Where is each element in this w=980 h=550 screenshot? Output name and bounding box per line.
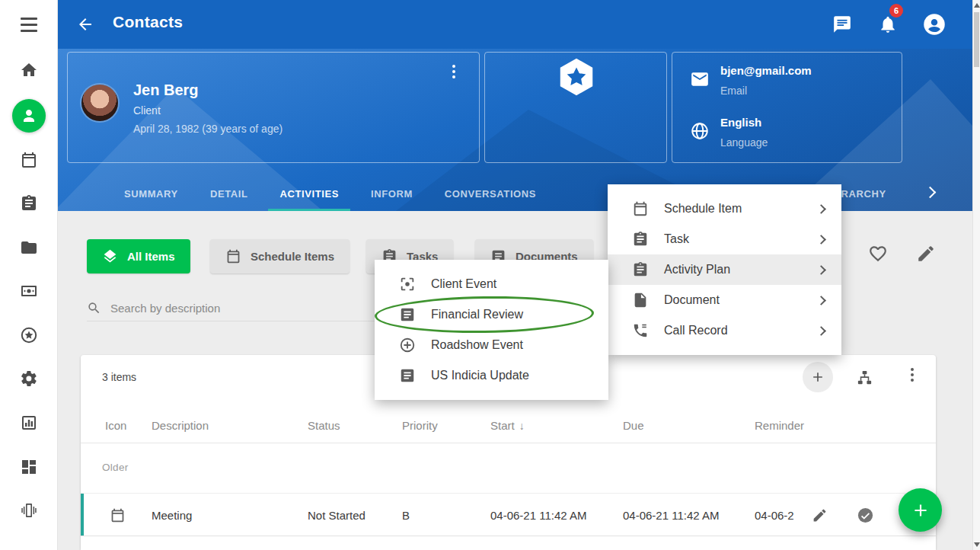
sort-descending-icon: ↓: [519, 420, 525, 432]
tab-detail[interactable]: DETAIL: [194, 177, 264, 211]
menu-item-us-indicia-update[interactable]: US Indicia Update: [375, 360, 608, 391]
notification-badge: 6: [889, 4, 903, 18]
calendar-icon: [225, 248, 241, 264]
chart-icon: [20, 414, 38, 432]
language-value: English: [720, 116, 761, 129]
sidebar: [0, 0, 58, 550]
menu-item-label: Client Event: [431, 277, 496, 291]
plus-icon: [810, 369, 825, 385]
sidebar-item-documents[interactable]: [14, 232, 44, 263]
sidebar-item-dashboard[interactable]: [14, 452, 44, 482]
top-app-bar: Contacts 6: [58, 0, 972, 49]
window-scrollbar[interactable]: [972, 0, 980, 550]
filter-all-items-button[interactable]: All Items: [87, 239, 190, 273]
scroll-down-arrow-icon[interactable]: [974, 542, 980, 547]
favorite-heart-icon[interactable]: [868, 244, 888, 264]
tab-inform[interactable]: INFORM: [355, 177, 429, 211]
menu-item-label: Activity Plan: [664, 263, 730, 277]
menu-item-label: Schedule Item: [664, 202, 742, 216]
contacts-icon: [20, 107, 38, 125]
contact-birthdate: April 28, 1982 (39 years of age): [133, 123, 283, 135]
contact-type: Client: [133, 104, 161, 117]
scrollbar-thumb[interactable]: [974, 12, 979, 67]
sidebar-item-mobile[interactable]: [14, 495, 44, 526]
account-icon[interactable]: [923, 13, 946, 36]
filter-button-label: All Items: [127, 250, 175, 263]
profile-more-menu[interactable]: [449, 65, 459, 78]
sidebar-item-calendar[interactable]: [14, 145, 44, 175]
filter-button-label: Schedule Items: [251, 250, 334, 263]
menu-item-label: Financial Review: [431, 308, 523, 321]
edit-pencil-icon[interactable]: [916, 244, 936, 264]
add-circle-icon: [399, 337, 416, 353]
add-fab-button[interactable]: [899, 488, 942, 532]
list-add-button[interactable]: [803, 362, 833, 392]
chat-icon[interactable]: [832, 14, 852, 34]
profile-card: Jen Berg Client April 28, 1982 (39 years…: [67, 52, 480, 163]
menu-item-financial-review[interactable]: Financial Review: [375, 299, 608, 330]
complete-check-icon[interactable]: [857, 507, 874, 524]
column-priority[interactable]: Priority: [402, 408, 438, 443]
table-row[interactable]: Meeting Not Started B 04-06-21 11:42 AM …: [81, 493, 936, 536]
vibration-icon: [20, 501, 38, 520]
back-arrow-icon[interactable]: [76, 15, 94, 34]
filter-schedule-items-button[interactable]: Schedule Items: [210, 239, 350, 273]
tab-conversations[interactable]: CONVERSATIONS: [429, 177, 552, 211]
star-badge-icon: [557, 57, 596, 97]
column-icon[interactable]: Icon: [105, 408, 126, 443]
menu-item-label: Call Record: [664, 324, 728, 337]
cell-priority: B: [402, 494, 410, 537]
scroll-up-arrow-icon[interactable]: [974, 3, 980, 8]
calendar-icon: [110, 507, 126, 523]
search-input[interactable]: [110, 302, 415, 315]
layers-icon: [102, 248, 118, 264]
cell-start: 04-06-21 11:42 AM: [490, 494, 586, 537]
cell-description: Meeting: [152, 494, 192, 537]
menu-item-activity-plan[interactable]: Activity Plan: [608, 254, 841, 285]
column-reminder[interactable]: Reminder: [755, 408, 804, 443]
group-label: Older: [102, 462, 129, 473]
menu-item-task[interactable]: Task: [608, 224, 841, 254]
contact-name: Jen Berg: [133, 82, 199, 99]
sidebar-item-billing[interactable]: [14, 276, 44, 306]
column-due[interactable]: Due: [623, 408, 644, 443]
row-edit-pencil-icon[interactable]: [812, 507, 828, 523]
calendar-icon: [632, 200, 649, 217]
sidebar-item-contacts[interactable]: [12, 99, 46, 133]
tab-activities[interactable]: ACTIVITIES: [263, 177, 355, 211]
sidebar-item-home[interactable]: [14, 55, 44, 85]
tasks-icon: [632, 231, 649, 248]
dashboard-icon: [20, 458, 38, 476]
hierarchy-icon[interactable]: [856, 369, 873, 386]
sidebar-item-settings[interactable]: [14, 363, 44, 394]
tab-summary[interactable]: SUMMARY: [108, 177, 194, 211]
chevron-right-icon: [816, 326, 826, 336]
gear-icon: [20, 369, 38, 388]
add-activity-menu: Schedule Item Task Activity Plan Documen…: [608, 184, 841, 355]
menu-item-schedule-item[interactable]: Schedule Item: [608, 193, 841, 224]
language-label: Language: [720, 136, 768, 149]
column-headers: Icon Description Status Priority Start↓ …: [81, 408, 936, 443]
menu-item-client-event[interactable]: Client Event: [375, 269, 608, 299]
list-more-menu[interactable]: [907, 368, 918, 382]
document-icon: [632, 292, 649, 309]
app-screen: Contacts 6 Jen Berg Client April 28, 198…: [0, 0, 980, 550]
avatar: [81, 85, 118, 121]
plus-icon: [911, 500, 931, 520]
column-start[interactable]: Start↓: [490, 408, 525, 443]
star-icon: [20, 326, 38, 344]
menu-item-call-record[interactable]: Call Record: [608, 315, 841, 346]
sidebar-item-favorites[interactable]: [14, 320, 44, 350]
menu-icon[interactable]: [14, 9, 44, 40]
menu-item-roadshow-event[interactable]: Roadshow Event: [375, 330, 608, 360]
activity-plan-submenu: Client Event Financial Review Roadshow E…: [375, 260, 608, 400]
sidebar-item-tasks[interactable]: [14, 188, 44, 219]
sidebar-item-reports[interactable]: [14, 408, 44, 438]
cell-status: Not Started: [308, 494, 366, 537]
menu-item-document[interactable]: Document: [608, 285, 841, 315]
row-accent-bar: [81, 494, 84, 536]
column-status[interactable]: Status: [308, 408, 340, 443]
column-description[interactable]: Description: [152, 408, 209, 443]
chevron-right-icon: [816, 204, 826, 214]
page-title: Contacts: [113, 13, 183, 31]
